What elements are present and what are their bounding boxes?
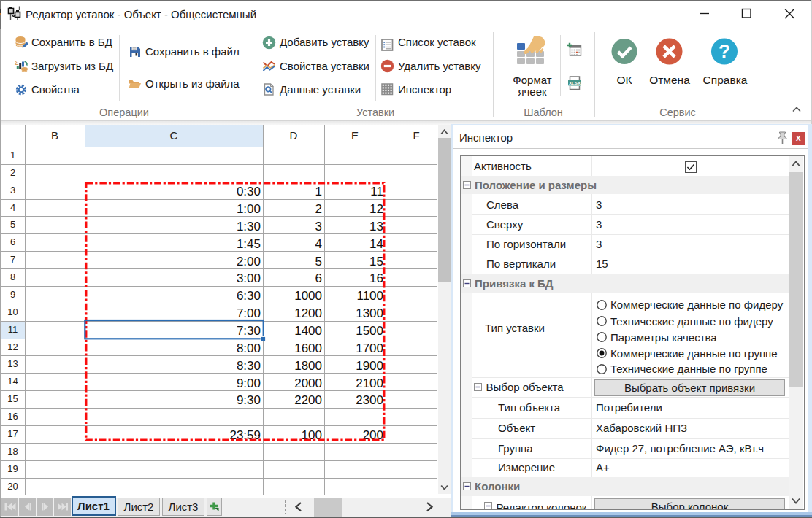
svg-text:XLSX: XLSX <box>569 80 581 85</box>
svg-text:?: ? <box>719 40 730 62</box>
